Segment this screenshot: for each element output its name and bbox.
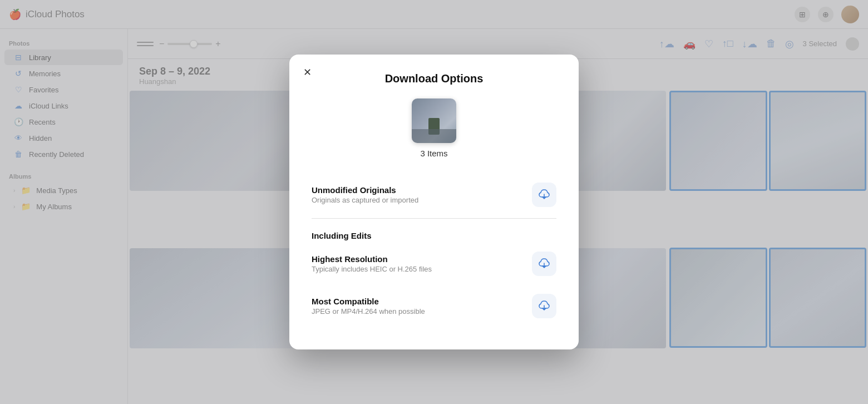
thumbnail-count-label: 3 Items — [420, 149, 447, 158]
highest-res-desc: Typically includes HEIC or H.265 files — [312, 265, 523, 273]
unmodified-desc: Originals as captured or imported — [312, 196, 523, 204]
modal-close-button[interactable]: ✕ — [299, 65, 315, 80]
thumbnail-image — [412, 98, 456, 143]
unmodified-text: Unmodified Originals Originals as captur… — [312, 185, 523, 204]
highest-res-text: Highest Resolution Typically includes HE… — [312, 254, 523, 273]
including-edits-label: Including Edits — [312, 229, 556, 240]
modal-thumbnail-area: 3 Items — [312, 98, 556, 158]
download-unmodified-icon — [538, 189, 550, 201]
unmodified-originals-option: Unmodified Originals Originals as captur… — [312, 174, 556, 216]
modal-overlay: ✕ Download Options 3 Items Unmodified Or… — [0, 0, 868, 404]
download-most-compatible-button[interactable] — [532, 294, 556, 318]
highest-res-title: Highest Resolution — [312, 254, 523, 264]
most-compatible-desc: JPEG or MP4/H.264 when possible — [312, 307, 523, 316]
modal-title: Download Options — [312, 72, 556, 85]
download-highest-res-icon — [538, 258, 550, 270]
highest-resolution-option: Highest Resolution Typically includes HE… — [312, 243, 556, 285]
download-unmodified-button[interactable] — [532, 183, 556, 207]
including-edits-section: Including Edits — [312, 221, 556, 240]
most-compatible-text: Most Compatible JPEG or MP4/H.264 when p… — [312, 297, 523, 316]
unmodified-title: Unmodified Originals — [312, 185, 523, 195]
divider-1 — [312, 218, 556, 219]
most-compatible-option: Most Compatible JPEG or MP4/H.264 when p… — [312, 285, 556, 327]
download-options-modal: ✕ Download Options 3 Items Unmodified Or… — [289, 55, 579, 349]
download-most-compatible-icon — [538, 300, 550, 312]
download-highest-res-button[interactable] — [532, 252, 556, 276]
most-compatible-title: Most Compatible — [312, 297, 523, 306]
